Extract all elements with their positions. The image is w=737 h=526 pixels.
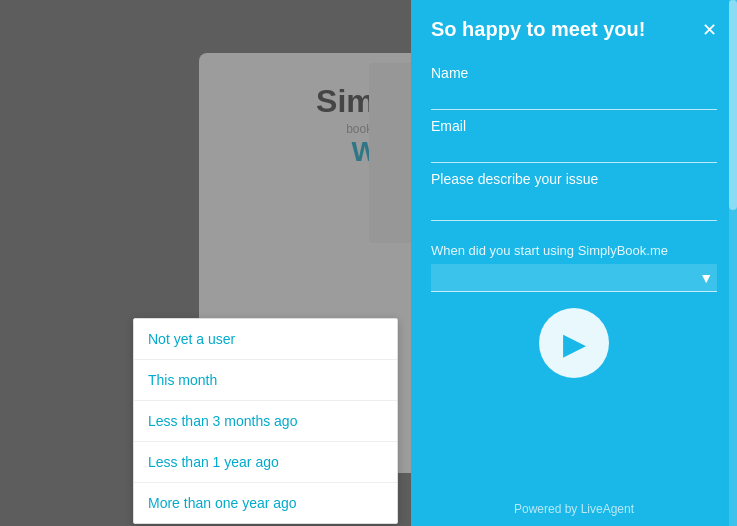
name-label: Name (431, 65, 717, 81)
dropdown-item-3-months[interactable]: Less than 3 months ago (134, 401, 397, 442)
issue-textarea[interactable] (431, 191, 717, 221)
email-input[interactable] (431, 138, 717, 163)
dropdown-item-1-year[interactable]: Less than 1 year ago (134, 442, 397, 483)
dropdown-menu: Not yet a user This month Less than 3 mo… (133, 318, 398, 524)
modal-body: Name Email Please describe your issue Wh… (411, 55, 737, 492)
powered-by-text: Powered by LiveAgent (514, 502, 634, 516)
name-input[interactable] (431, 85, 717, 110)
email-label: Email (431, 118, 717, 134)
when-label: When did you start using SimplyBook.me (431, 243, 717, 258)
dropdown-item-more-year[interactable]: More than one year ago (134, 483, 397, 523)
email-field-group: Email (431, 118, 717, 163)
when-select[interactable]: Not yet a user This month Less than 3 mo… (431, 264, 717, 292)
scrollbar-track[interactable] (729, 0, 737, 526)
modal-title: So happy to meet you! (431, 18, 645, 41)
issue-field-group: Please describe your issue (431, 171, 717, 225)
modal-footer: Powered by LiveAgent (411, 492, 737, 526)
send-button-area: ▶ (431, 308, 717, 378)
issue-label: Please describe your issue (431, 171, 717, 187)
modal-header: So happy to meet you! ✕ (411, 0, 737, 55)
close-button[interactable]: ✕ (702, 21, 717, 39)
name-field-group: Name (431, 65, 717, 110)
scrollbar-thumb (729, 0, 737, 210)
select-wrapper: Not yet a user This month Less than 3 mo… (431, 264, 717, 292)
modal: So happy to meet you! ✕ Name Email Pleas… (411, 0, 737, 526)
dropdown-item-not-yet[interactable]: Not yet a user (134, 319, 397, 360)
send-icon: ▶ (563, 326, 586, 361)
send-button[interactable]: ▶ (539, 308, 609, 378)
dropdown-item-this-month[interactable]: This month (134, 360, 397, 401)
